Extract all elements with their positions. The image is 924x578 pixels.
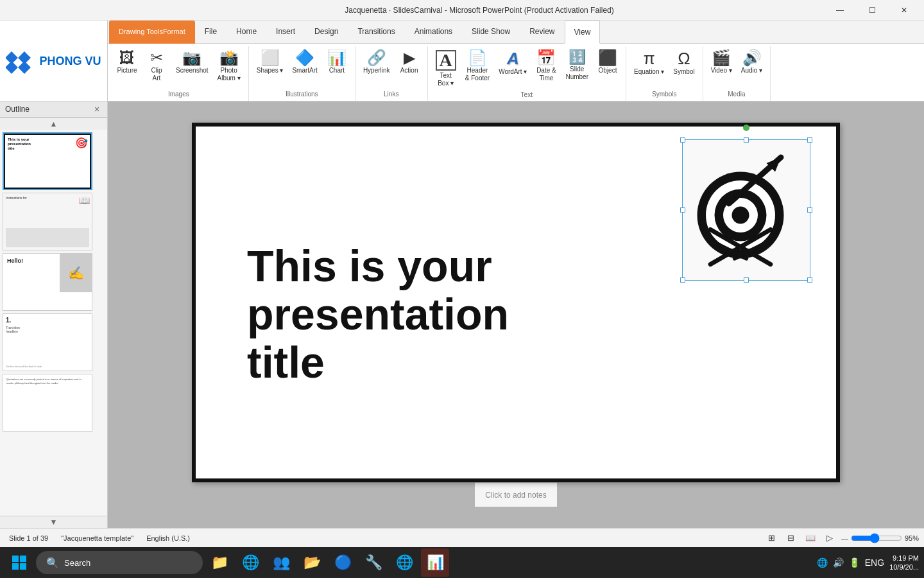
zoom-level: 95% — [905, 534, 919, 542]
reading-view-button[interactable]: 📖 — [803, 532, 818, 545]
tab-view[interactable]: View — [565, 21, 601, 44]
screenshot-button[interactable]: 📷 Screenshot — [172, 48, 212, 77]
chart-button[interactable]: 📊 Chart — [323, 48, 351, 77]
normal-view-button[interactable]: ⊞ — [764, 532, 780, 545]
scroll-down-button[interactable]: ▼ — [0, 516, 107, 528]
taskbar-search[interactable]: 🔍 Search — [36, 551, 203, 574]
handle-bottom-right[interactable] — [807, 277, 812, 283]
action-button[interactable]: ▶ Action — [395, 48, 424, 77]
svg-rect-17 — [12, 556, 19, 562]
taskbar-app-files[interactable]: 📁 — [205, 548, 234, 577]
maximize-button[interactable]: ☐ — [857, 0, 887, 21]
tab-animations[interactable]: Animations — [405, 20, 462, 43]
smartart-button[interactable]: 🔷 SmartArt — [288, 48, 321, 77]
tray-battery-icon[interactable]: 🔋 — [848, 556, 861, 569]
slideshow-button[interactable]: ▷ — [822, 532, 837, 545]
tab-home[interactable]: Home — [227, 20, 266, 43]
tab-slideshow[interactable]: Slide Show — [462, 20, 520, 43]
svg-rect-19 — [12, 563, 19, 570]
slide-thumb-3[interactable]: Hello! ✍ — [3, 253, 92, 311]
search-input[interactable]: Search — [64, 558, 90, 568]
datetime-button[interactable]: 📅 Date &Time — [532, 48, 560, 85]
handle-bottom-mid[interactable] — [744, 277, 749, 283]
audio-button[interactable]: 🔊 Audio ▾ — [737, 48, 766, 77]
window-title: Jacquenetta · SlidesCarnival - Microsoft… — [133, 6, 825, 15]
handle-top-left[interactable] — [680, 137, 685, 143]
action-icon: ▶ — [404, 50, 415, 66]
taskbar-app-tools[interactable]: 🔧 — [359, 548, 388, 577]
handle-top-mid[interactable] — [744, 137, 749, 143]
start-button[interactable] — [5, 548, 33, 577]
slide-number-button[interactable]: 🔢 SlideNumber — [561, 48, 592, 83]
hyperlink-button[interactable]: 🔗 Hyperlink — [359, 48, 394, 77]
photo-album-button[interactable]: 📸 PhotoAlbum ▾ — [214, 48, 244, 85]
slide-thumb-5[interactable]: Quotations are commonly printed as a mea… — [3, 374, 92, 432]
tab-design[interactable]: Design — [305, 20, 348, 43]
svg-rect-18 — [20, 556, 26, 562]
handle-mid-left[interactable] — [680, 207, 685, 213]
tray-network-icon[interactable]: 🌐 — [816, 556, 829, 569]
object-button[interactable]: ⬛ Object — [594, 48, 622, 77]
textbox-button[interactable]: A TextBox ▾ — [432, 48, 460, 90]
slide-thumb-1[interactable]: This is yourpresentationtitle 🎯 — [3, 132, 92, 190]
taskbar-app-powerpoint[interactable]: 📊 — [421, 548, 449, 577]
drawing-tools-tab[interactable]: Drawing Tools Format — [109, 21, 195, 44]
zoom-out-button[interactable]: — — [841, 534, 848, 542]
tab-review[interactable]: Review — [520, 20, 564, 43]
header-footer-button[interactable]: 📄 Header& Footer — [461, 48, 493, 85]
tab-file[interactable]: File — [195, 20, 227, 43]
taskbar-clock[interactable]: 9:19 PM 10/9/20... — [889, 554, 919, 572]
taskbar-app-browser[interactable]: 🌐 — [236, 548, 264, 577]
shapes-button[interactable]: ⬜ Shapes ▾ — [253, 48, 287, 77]
status-right: ⊞ ⊟ 📖 ▷ — 95% — [764, 532, 919, 545]
minimize-button[interactable]: — — [825, 0, 855, 21]
svg-rect-3 — [19, 61, 31, 74]
clipart-button[interactable]: ✂ ClipArt — [142, 48, 171, 85]
svg-rect-20 — [20, 563, 26, 570]
taskbar-app-explorer[interactable]: 📂 — [298, 548, 326, 577]
slide-thumb-2[interactable]: Instructions for 📖 — [3, 193, 92, 250]
outline-tab: Outline × — [0, 101, 107, 118]
slide-title-text[interactable]: This is yourpresentationtitle — [247, 242, 509, 386]
tray-eng-icon[interactable]: ENG — [864, 556, 886, 569]
close-panel-button[interactable]: × — [92, 104, 102, 114]
close-button[interactable]: ✕ — [889, 0, 919, 21]
equation-button[interactable]: π Equation ▾ — [630, 48, 668, 78]
tray-volume-icon[interactable]: 🔊 — [832, 556, 845, 569]
zoom-slider[interactable] — [851, 533, 902, 543]
taskbar-app-edge[interactable]: 🔵 — [329, 548, 357, 577]
zoom-control[interactable]: — 95% — [841, 533, 919, 543]
handle-top-right[interactable] — [807, 137, 812, 143]
handle-mid-right[interactable] — [807, 207, 812, 213]
symbol-button[interactable]: Ω Symbol — [669, 48, 698, 78]
tab-insert[interactable]: Insert — [266, 20, 305, 43]
slide-thumbnails[interactable]: This is yourpresentationtitle 🎯 Instruct… — [0, 130, 107, 516]
photo-album-icon: 📸 — [219, 50, 239, 66]
handle-bottom-left[interactable] — [680, 277, 685, 283]
shapes-icon: ⬜ — [261, 50, 280, 66]
taskbar-app-teams[interactable]: 👥 — [267, 548, 295, 577]
ribbon-tab-bar: Drawing Tools Format File Home Insert De… — [0, 21, 924, 44]
ribbon-group-images: 🖼 Picture ✂ ClipArt 📷 Screenshot 📸 Photo… — [109, 46, 249, 101]
taskbar-app-chrome[interactable]: 🌐 — [390, 548, 418, 577]
ribbon-group-symbols: π Equation ▾ Ω Symbol Symbols — [626, 46, 703, 101]
video-button[interactable]: 🎬 Video ▾ — [707, 48, 736, 77]
smartart-icon: 🔷 — [295, 50, 314, 66]
left-panel: Outline × ▲ This is yourpresentationtitl… — [0, 101, 108, 528]
rotation-handle[interactable] — [743, 125, 749, 131]
target-icon-container[interactable] — [682, 139, 810, 281]
template-name: "Jacquenetta template" — [57, 534, 137, 542]
slide-thumb-4[interactable]: 1. Transitionheadline Set the text and t… — [3, 313, 92, 371]
notes-area[interactable]: Click to add notes — [475, 482, 556, 507]
tab-transitions[interactable]: Transitions — [348, 20, 404, 43]
datetime-icon: 📅 — [536, 50, 556, 66]
taskbar-tray: 🌐 🔊 🔋 ENG 9:19 PM 10/9/20... — [816, 554, 919, 572]
scroll-up-button[interactable]: ▲ — [0, 118, 107, 130]
slide-canvas[interactable]: This is yourpresentationtitle — [192, 123, 840, 482]
notes-placeholder[interactable]: Click to add notes — [485, 491, 546, 500]
wordart-button[interactable]: A WordArt ▾ — [495, 48, 531, 78]
picture-button[interactable]: 🖼 Picture — [113, 48, 141, 77]
slide-sorter-button[interactable]: ⊟ — [783, 532, 799, 545]
slide-editing-area[interactable]: This is yourpresentationtitle — [108, 101, 924, 528]
slide-count: Slide 1 of 39 — [5, 534, 52, 542]
